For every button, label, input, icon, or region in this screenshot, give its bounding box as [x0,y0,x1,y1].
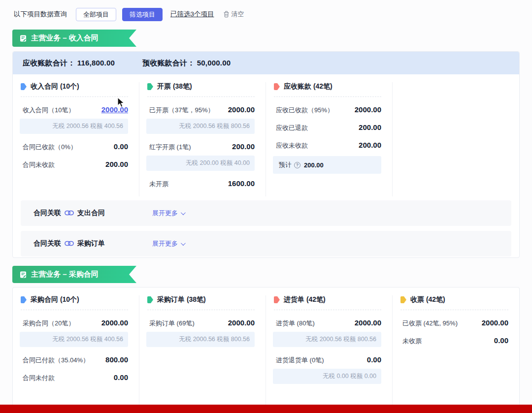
stat-row: 进货单 (80笔)2000.00 [273,318,381,328]
bookmark-icon [274,83,280,90]
bottom-red-bar [0,405,532,413]
stat-value: 0.00 [367,355,381,364]
section-banner: 主营业务 – 采购合同 [12,266,136,283]
stat-value: 2000.00 [355,105,381,114]
stat-row: 合同已付款（35.04%）800.00 [20,355,128,365]
expand-more-label: 展开更多 [152,209,178,218]
filter-projects-button[interactable]: 筛选项目 [122,8,163,21]
tax-subrow: 无税 2000.56 税额 800.56 [273,332,381,347]
bookmark-icon [400,296,406,303]
stat-label: 收入合同（10笔） [23,106,74,115]
stat-value: 1600.00 [228,179,255,188]
section-card: 采购合同 (10个)采购合同（20笔）2000.00无税 2000.56 税额 … [12,287,520,410]
clear-filter-button[interactable]: 清空 [223,10,244,19]
bookmark-icon [147,296,153,303]
stat-value: 200.00 [232,142,255,151]
tax-subrow: 无税 2000.56 税额 800.56 [146,332,255,347]
stat-label: 应收已退款 [276,124,308,132]
stat-label: 合同未付款 [23,374,55,382]
summary-item: 预收账款合计： 50,000.00 [142,59,231,68]
stat-row: 合同未付款0.00 [20,373,128,382]
stat-row: 进货退货单 (0笔)0.00 [273,355,381,365]
dashed-divider [147,310,255,310]
expand-more-link[interactable]: 展开更多 [152,239,184,248]
dashed-divider [21,310,128,310]
chain-link-icon [65,209,74,217]
relation-prefix: 合同关联 [33,209,61,218]
tax-subrow: 无税 200.00 税额 40.00 [146,156,255,171]
document-icon [19,34,27,42]
stat-label: 进货单 (80笔) [276,319,315,328]
help-circle-icon[interactable]: ? [294,162,300,168]
stat-value-link[interactable]: 2000.00 [101,105,128,114]
expand-more-link[interactable]: 展开更多 [152,209,184,218]
sections-container: 主营业务 – 收入合同应收账款合计： 116,800.00预收账款合计： 50,… [0,30,532,410]
stat-value: 0.00 [114,142,128,151]
stat-row: 应收已收款（95%）2000.00 [273,105,381,115]
filter-bar-label: 以下项目数据查询 [14,10,67,19]
column-title: 收票 (42笔) [410,295,445,304]
columns-row: 采购合同 (10个)采购合同（20笔）2000.00无税 2000.56 税额 … [13,287,519,410]
section-banner-title: 主营业务 – 采购合同 [31,270,99,279]
column-header: 采购订单 (38笔) [146,295,255,304]
chain-link-icon [65,240,74,248]
chevron-down-icon [181,210,186,215]
stat-value: 200.00 [105,160,128,168]
relation-row: 合同关联支出合同展开更多 [21,200,511,226]
stat-column: 应收账款 (42笔)应收已收款（95%）2000.00应收已退款200.00应收… [266,82,393,196]
tax-subrow: 无税 0.00 税额 0.00 [273,369,381,384]
stat-row: 采购合同（20笔）2000.00 [20,318,128,328]
estimate-value: 200.00 [304,161,324,169]
dashed-divider [400,310,508,310]
column-title: 收入合同 (10个) [31,82,79,91]
relation-label: 合同关联支出合同 [33,209,105,218]
document-icon [19,271,27,279]
section-card: 应收账款合计： 116,800.00预收账款合计： 50,000.00收入合同 … [12,51,520,258]
stat-row: 采购订单 (69笔)2000.00 [146,318,255,328]
stat-label: 应收已收款（95%） [276,106,333,115]
stat-row: 未开票1600.00 [146,179,255,189]
column-title: 采购订单 (38笔) [157,295,206,304]
summary-item: 应收账款合计： 116,800.00 [23,59,115,68]
bookmark-icon [21,296,27,303]
stat-value: 2000.00 [228,318,255,327]
stat-column: 进货单 (42笔)进货单 (80笔)2000.00无税 2000.56 税额 8… [266,295,393,410]
estimate-row: 预计?200.00 [273,156,381,174]
stat-value: 200.00 [359,123,381,131]
stat-value: 2000.00 [101,318,128,327]
column-title: 进货单 (42笔) [284,295,326,304]
stat-value: 2000.00 [355,318,381,327]
stat-value: 2000.00 [482,318,508,327]
dashed-divider [274,310,381,310]
estimate-label: 预计 [279,160,292,169]
stat-column: 收票 (42笔)已收票 (42笔, 95%)2000.00未收票0.00 [393,295,519,410]
filtered-count-link[interactable]: 已筛选3个项目 [170,10,214,19]
column-title: 应收账款 (42笔) [284,82,332,91]
stat-column [393,82,519,196]
stat-column: 采购合同 (10个)采购合同（20笔）2000.00无税 2000.56 税额 … [13,295,139,410]
tax-subrow: 无税 2000.56 税额 800.56 [146,119,255,134]
columns-row: 收入合同 (10个)收入合同（10笔）2000.00无税 2000.56 税额 … [13,74,519,196]
stat-column: 开票 (38笔)已开票（37笔，95%）2000.00无税 2000.56 税额… [139,82,266,196]
all-projects-button[interactable]: 全部项目 [76,8,116,21]
stat-value: 2000.00 [228,105,255,114]
relation-prefix: 合同关联 [33,239,61,248]
relation-row: 合同关联采购订单展开更多 [21,231,511,256]
stat-column: 收入合同 (10个)收入合同（10笔）2000.00无税 2000.56 税额 … [13,82,139,196]
stat-label: 采购合同（20笔） [23,319,74,328]
stat-label: 应收未收款 [276,141,308,150]
bookmark-icon [21,83,27,90]
stat-row: 合同未收款200.00 [20,160,128,169]
clear-label: 清空 [232,10,244,19]
column-header: 收入合同 (10个) [20,82,128,91]
trash-icon [223,11,230,18]
stat-label: 合同已收款（0%） [23,143,77,152]
relation-target: 支出合同 [77,209,105,218]
tax-subrow: 无税 2000.56 税额 400.56 [20,332,128,347]
column-header: 开票 (38笔) [146,82,255,91]
dashed-divider [21,96,128,97]
column-title: 开票 (38笔) [157,82,192,91]
section-banner: 主营业务 – 收入合同 [12,30,136,47]
relations-container: 合同关联支出合同展开更多合同关联采购订单展开更多 [13,196,519,256]
section-banner-title: 主营业务 – 收入合同 [31,33,99,43]
